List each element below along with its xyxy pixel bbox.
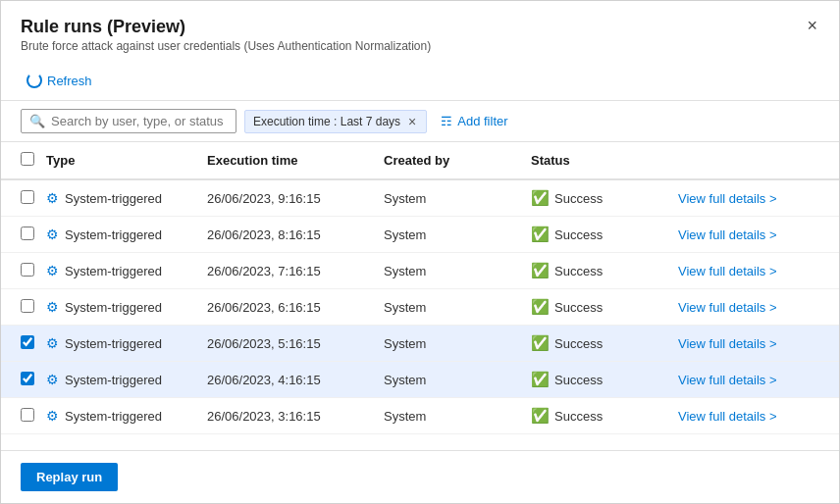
row-created-by: System [376,179,523,217]
row-checkbox-cell [1,398,42,434]
refresh-icon [26,73,42,88]
table-row: ⚙System-triggered26/06/2023, 7:16:15Syst… [1,253,839,289]
dialog-title: Rule runs (Preview) [21,17,819,37]
search-icon: 🔍 [29,114,45,128]
gear-icon: ⚙ [46,263,59,278]
row-checkbox[interactable] [21,372,34,385]
table-row: ⚙System-triggered26/06/2023, 8:16:15Syst… [1,217,839,253]
row-type: ⚙System-triggered [42,326,199,362]
col-status: Status [523,142,670,179]
success-icon: ✅ [531,407,550,425]
row-checkbox[interactable] [21,408,34,422]
dialog-subtitle: Brute force attack against user credenti… [21,39,819,53]
success-icon: ✅ [531,298,550,316]
runs-table: Type Execution time Created by Status ⚙S… [1,142,839,434]
row-type: ⚙System-triggered [42,179,199,217]
success-icon: ✅ [531,334,550,352]
gear-icon: ⚙ [46,335,59,351]
row-actions: View full details > [670,289,839,326]
row-status: ✅Success [523,362,670,398]
view-full-details-link[interactable]: View full details > [678,227,777,242]
row-execution-time: 26/06/2023, 3:16:15 [199,398,376,434]
refresh-label: Refresh [47,74,92,88]
gear-icon: ⚙ [46,190,59,206]
col-type: Type [42,142,199,179]
row-created-by: System [376,362,523,398]
replay-run-button[interactable]: Replay run [21,463,118,491]
table-header-row: Type Execution time Created by Status [1,142,839,179]
view-full-details-link[interactable]: View full details > [678,300,777,315]
view-full-details-link[interactable]: View full details > [678,373,777,387]
gear-icon: ⚙ [46,408,59,424]
view-full-details-link[interactable]: View full details > [678,191,777,206]
search-input[interactable] [51,114,228,128]
success-icon: ✅ [531,262,550,279]
table-row: ⚙System-triggered26/06/2023, 5:16:15Syst… [1,326,839,362]
row-created-by: System [376,217,523,253]
row-status: ✅Success [523,289,670,326]
add-filter-label: Add filter [457,114,507,128]
row-execution-time: 26/06/2023, 4:16:15 [199,362,376,398]
row-status: ✅Success [523,398,670,434]
col-actions [670,142,839,179]
gear-icon: ⚙ [46,372,59,387]
row-type: ⚙System-triggered [42,253,199,289]
row-checkbox[interactable] [21,190,34,204]
row-checkbox-cell [1,253,42,289]
row-checkbox-cell [1,289,42,326]
row-actions: View full details > [670,179,839,217]
add-filter-button[interactable]: ☶ Add filter [435,110,513,132]
row-created-by: System [376,253,523,289]
filter-icon: ☶ [441,114,452,128]
row-checkbox[interactable] [21,335,34,349]
success-icon: ✅ [531,226,550,243]
footer: Replay run [1,450,839,503]
row-checkbox-cell [1,362,42,398]
table-container: Type Execution time Created by Status ⚙S… [1,142,839,450]
view-full-details-link[interactable]: View full details > [678,336,777,351]
row-execution-time: 26/06/2023, 7:16:15 [199,253,376,289]
row-execution-time: 26/06/2023, 9:16:15 [199,179,376,217]
refresh-button[interactable]: Refresh [21,69,98,92]
success-icon: ✅ [531,371,550,388]
row-actions: View full details > [670,253,839,289]
row-actions: View full details > [670,217,839,253]
row-type: ⚙System-triggered [42,398,199,434]
row-status: ✅Success [523,179,670,217]
filter-bar: 🔍 Execution time : Last 7 days × ☶ Add f… [1,101,839,142]
row-created-by: System [376,326,523,362]
table-row: ⚙System-triggered26/06/2023, 6:16:15Syst… [1,289,839,326]
col-checkbox [1,142,42,179]
row-actions: View full details > [670,398,839,434]
gear-icon: ⚙ [46,227,59,242]
close-button[interactable]: × [801,15,823,36]
execution-time-chip: Execution time : Last 7 days × [244,110,427,133]
row-type: ⚙System-triggered [42,289,199,326]
dialog-header: Rule runs (Preview) Brute force attack a… [1,1,839,61]
row-created-by: System [376,289,523,326]
gear-icon: ⚙ [46,299,59,315]
chip-close-button[interactable]: × [406,115,418,128]
view-full-details-link[interactable]: View full details > [678,409,777,424]
row-checkbox[interactable] [21,263,34,277]
col-created-by: Created by [376,142,523,179]
row-checkbox[interactable] [21,227,34,240]
view-full-details-link[interactable]: View full details > [678,264,777,278]
row-checkbox[interactable] [21,299,34,313]
table-row: ⚙System-triggered26/06/2023, 4:16:15Syst… [1,362,839,398]
table-body: ⚙System-triggered26/06/2023, 9:16:15Syst… [1,179,839,434]
row-status: ✅Success [523,326,670,362]
toolbar: Refresh [1,61,839,101]
row-created-by: System [376,398,523,434]
select-all-checkbox[interactable] [21,152,34,166]
row-actions: View full details > [670,362,839,398]
row-status: ✅Success [523,253,670,289]
row-actions: View full details > [670,326,839,362]
table-row: ⚙System-triggered26/06/2023, 3:16:15Syst… [1,398,839,434]
row-checkbox-cell [1,179,42,217]
search-box[interactable]: 🔍 [21,109,236,133]
row-checkbox-cell [1,217,42,253]
row-execution-time: 26/06/2023, 8:16:15 [199,217,376,253]
row-checkbox-cell [1,326,42,362]
chip-label: Execution time : Last 7 days [253,115,400,128]
